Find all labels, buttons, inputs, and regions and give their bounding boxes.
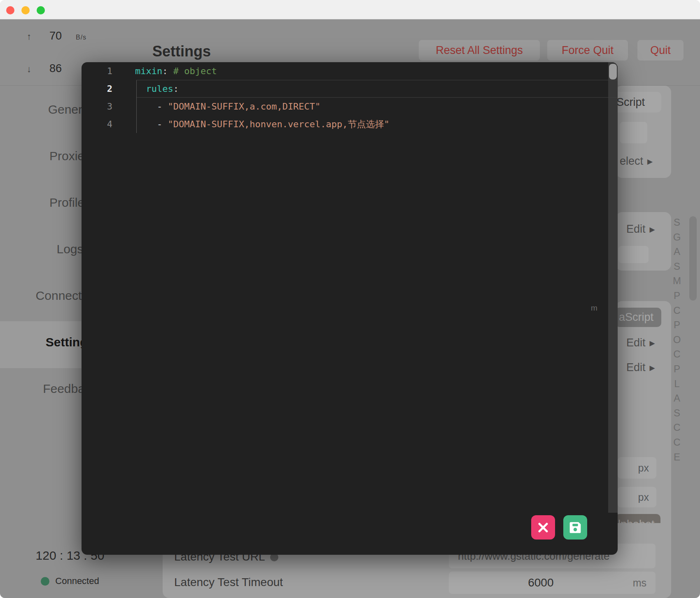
app-window: ↑70B/s ↓86 GeneralProxiesProfilesLogsCon…: [0, 0, 700, 598]
save-button[interactable]: [563, 515, 587, 540]
cancel-button[interactable]: [531, 515, 555, 540]
line-number: 1: [82, 62, 112, 80]
zoom-window-icon[interactable]: [37, 6, 45, 14]
code-line-1[interactable]: 1mixin: # object: [82, 62, 608, 80]
code-line-text: rules:: [135, 80, 179, 98]
title-bar: [0, 0, 700, 19]
line-number: 4: [82, 115, 112, 133]
editor-scrollbar-thumb[interactable]: [609, 64, 617, 79]
line-number: 2: [82, 80, 112, 98]
stray-character: m: [591, 304, 597, 313]
code-line-text: - "DOMAIN-SUFFIX,a.com,DIRECT": [135, 98, 320, 115]
code-line-text: - "DOMAIN-SUFFIX,honven.vercel.app,节点选择": [135, 115, 390, 133]
save-icon: [569, 521, 582, 534]
code-line-text: mixin: # object: [135, 62, 217, 80]
code-line-2[interactable]: 2 rules:: [82, 80, 608, 98]
close-window-icon[interactable]: [6, 6, 14, 14]
mixin-editor-modal: 1mixin: # object2 rules:3 - "DOMAIN-SUFF…: [82, 62, 618, 555]
code-line-3[interactable]: 3 - "DOMAIN-SUFFIX,a.com,DIRECT": [82, 98, 608, 115]
code-line-4[interactable]: 4 - "DOMAIN-SUFFIX,honven.vercel.app,节点选…: [82, 115, 608, 133]
editor-scrollbar-track[interactable]: [608, 62, 618, 513]
close-icon: [537, 521, 549, 534]
line-number: 3: [82, 98, 112, 115]
minimize-window-icon[interactable]: [21, 6, 30, 14]
